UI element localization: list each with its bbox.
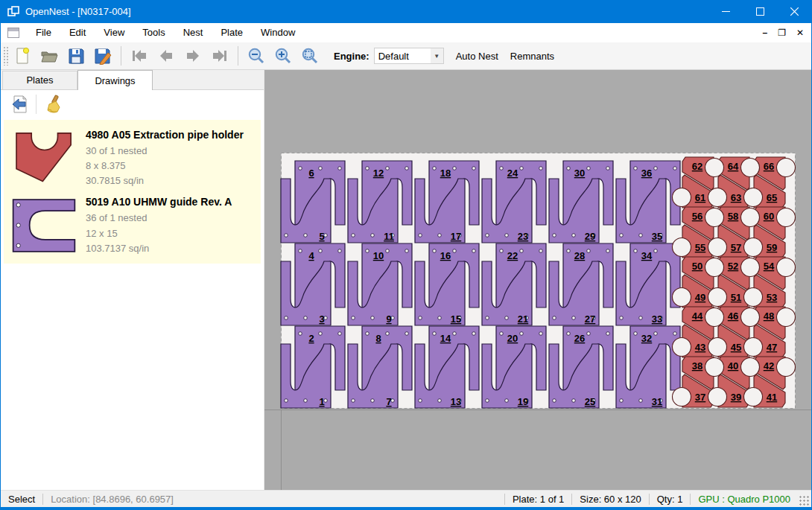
resize-grip[interactable] (799, 496, 810, 506)
svg-text:18: 18 (440, 168, 451, 179)
save-as-button[interactable] (90, 45, 115, 67)
nest-plate-view[interactable]: 6512111817242330293635431091615222128273… (264, 70, 812, 490)
svg-text:35: 35 (652, 231, 662, 242)
zoom-in-button[interactable] (270, 45, 296, 67)
svg-text:61: 61 (695, 192, 705, 203)
zoom-out-icon (247, 47, 265, 65)
menu-edit[interactable]: Edit (60, 24, 95, 41)
tab-drawings[interactable]: Drawings (77, 70, 153, 90)
toolbar-grip[interactable] (3, 46, 9, 66)
svg-text:51: 51 (731, 292, 741, 303)
clear-drawings-button[interactable] (40, 92, 66, 116)
svg-text:2: 2 (308, 333, 314, 344)
menu-view[interactable]: View (95, 24, 133, 41)
svg-text:26: 26 (574, 333, 585, 344)
save-as-icon (94, 47, 112, 65)
open-folder-icon (40, 47, 58, 65)
drawings-toolbar (1, 90, 264, 118)
pipe-hole-cutout (705, 308, 724, 327)
mdi-restore-button[interactable]: ❐ (778, 28, 786, 37)
pipe-hole-cutout (741, 208, 760, 227)
pipe-hole-cutout (777, 159, 796, 177)
zoom-out-button[interactable] (244, 45, 269, 67)
zoom-fit-button[interactable] (297, 45, 323, 67)
svg-text:15: 15 (451, 313, 461, 325)
svg-text:37: 37 (695, 392, 705, 403)
svg-text:11: 11 (384, 231, 394, 242)
next-plate-button[interactable] (180, 45, 206, 67)
zoom-in-icon (274, 47, 292, 65)
maximize-button[interactable] (743, 0, 777, 23)
import-drawing-button[interactable] (7, 92, 32, 116)
pipe-hole-cutout (673, 288, 691, 307)
menu-window[interactable]: Window (252, 24, 304, 41)
status-qty: Qty: 1 (650, 494, 691, 505)
pipe-hole-cutout (744, 338, 763, 357)
engine-select[interactable]: Default ▼ (374, 48, 444, 64)
auto-nest-button[interactable]: Auto Nest (450, 46, 504, 66)
pipe-hole-cutout (705, 358, 724, 377)
svg-text:9: 9 (386, 313, 391, 325)
drawing-area: 103.7137 sq/in (86, 241, 232, 256)
tab-plates[interactable]: Plates (2, 71, 77, 89)
close-button[interactable] (777, 0, 811, 23)
status-plate: Plate: 1 of 1 (505, 494, 571, 505)
list-item[interactable]: 5019 A10 UHMW guide Rev. A 36 of 1 neste… (7, 191, 258, 258)
mdi-document-icon[interactable] (7, 28, 19, 38)
remnants-button[interactable]: Remnants (504, 46, 560, 66)
close-icon (790, 7, 799, 16)
pipe-hole-cutout (744, 288, 763, 307)
pipe-hole-cutout (705, 159, 724, 177)
chevron-down-icon[interactable]: ▼ (431, 48, 443, 63)
svg-text:10: 10 (373, 250, 384, 261)
mdi-minimize-button[interactable]: – (762, 28, 767, 37)
pipe-hole-cutout (777, 258, 796, 277)
svg-text:59: 59 (767, 242, 777, 253)
svg-text:30: 30 (574, 168, 585, 179)
first-arrow-icon (130, 47, 148, 65)
mdi-close-button[interactable]: ✕ (796, 28, 804, 37)
list-item[interactable]: 4980 A05 Extraction pipe holder 30 of 1 … (7, 124, 258, 191)
svg-text:63: 63 (731, 192, 741, 203)
pipe-hole-cutout (741, 358, 760, 377)
save-button[interactable] (63, 45, 89, 67)
pipe-hole-cutout (744, 388, 763, 407)
svg-text:4: 4 (308, 250, 314, 261)
new-file-button[interactable] (10, 45, 35, 67)
last-plate-button[interactable] (207, 45, 232, 67)
svg-text:64: 64 (728, 161, 739, 172)
svg-text:24: 24 (507, 168, 518, 179)
menu-nest[interactable]: Nest (174, 24, 212, 41)
sidebar-tabstrip: Plates Drawings (1, 70, 264, 90)
svg-text:22: 22 (507, 250, 518, 261)
svg-text:29: 29 (585, 231, 595, 242)
zoom-fit-icon (301, 47, 319, 65)
engine-label: Engine: (334, 51, 369, 62)
svg-text:47: 47 (767, 342, 777, 353)
window-title: OpenNest - [N0317-004] (25, 6, 131, 17)
minimize-button[interactable] (708, 0, 743, 23)
svg-text:19: 19 (518, 396, 528, 407)
svg-text:16: 16 (440, 250, 451, 261)
svg-text:34: 34 (641, 250, 653, 261)
svg-text:41: 41 (767, 392, 777, 403)
toolbar-separator (121, 46, 121, 66)
pipe-hole-cutout (708, 188, 727, 207)
pipe-hole-cutout (705, 208, 724, 227)
nest-canvas[interactable]: 6512111817242330293635431091615222128273… (264, 70, 811, 490)
menu-plate[interactable]: Plate (212, 24, 252, 41)
previous-plate-button[interactable] (153, 45, 179, 67)
open-button[interactable] (37, 45, 62, 67)
svg-text:52: 52 (728, 261, 738, 272)
part-thumbnail-purple (8, 194, 80, 255)
menu-file[interactable]: File (27, 24, 60, 41)
svg-text:50: 50 (692, 261, 702, 272)
svg-text:7: 7 (386, 396, 391, 407)
pipe-hole-cutout (673, 388, 691, 407)
drawing-nested: 36 of 1 nested (86, 211, 232, 226)
pipe-hole-cutout (673, 238, 691, 257)
save-icon (67, 47, 85, 65)
pipe-hole-cutout (777, 358, 796, 377)
first-plate-button[interactable] (127, 45, 152, 67)
menu-tools[interactable]: Tools (133, 24, 174, 41)
